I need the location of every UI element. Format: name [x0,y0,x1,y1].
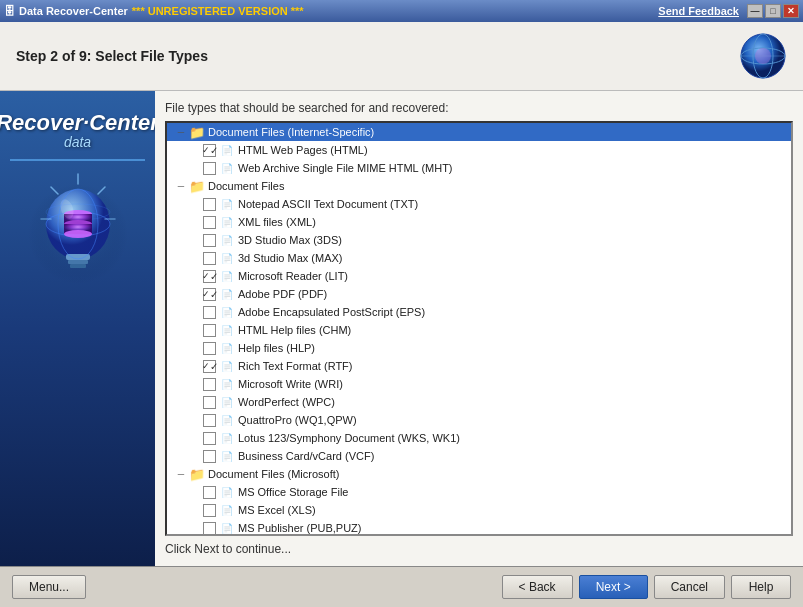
back-button[interactable]: < Back [502,575,573,599]
step-header: Step 2 of 9: Select File Types [0,22,803,91]
file-icon: 📄 [219,287,235,301]
help-button[interactable]: Help [731,575,791,599]
globe-icon [739,32,787,80]
checkbox[interactable] [203,306,216,319]
tree-item[interactable]: 📄XML files (XML) [167,213,791,231]
checkbox[interactable]: ✓ [203,270,216,283]
tree-item[interactable]: ✓📄Rich Text Format (RTF) [167,357,791,375]
app-icon: 🗄 [4,5,15,17]
tree-item[interactable]: ─📁Document Files (Microsoft) [167,465,791,483]
checkbox[interactable] [203,324,216,337]
checkbox[interactable] [203,414,216,427]
file-icon: 📄 [219,269,235,283]
file-icon: 📄 [219,431,235,445]
cancel-button[interactable]: Cancel [654,575,725,599]
item-label: QuattroPro (WQ1,QPW) [238,414,357,426]
item-label: Business Card/vCard (VCF) [238,450,374,462]
item-label: Microsoft Reader (LIT) [238,270,348,282]
file-tree[interactable]: ─📁Document Files (Internet-Specific)✓📄HT… [165,121,793,536]
checkbox[interactable] [203,162,216,175]
tree-item[interactable]: ✓📄HTML Web Pages (HTML) [167,141,791,159]
file-icon: 📄 [219,485,235,499]
tree-item[interactable]: ─📁Document Files (Internet-Specific) [167,123,791,141]
checkbox[interactable] [203,486,216,499]
item-label: 3D Studio Max (3DS) [238,234,342,246]
tree-item[interactable]: 📄MS Office Storage File [167,483,791,501]
app-title: Data Recover-Center [19,5,128,17]
minimize-button[interactable]: — [747,4,763,18]
folder-icon: 📁 [189,179,205,194]
svg-point-17 [64,230,92,238]
item-label: MS Excel (XLS) [238,504,316,516]
unregistered-label: *** UNREGISTERED VERSION *** [132,5,304,17]
item-label: Rich Text Format (RTF) [238,360,353,372]
tree-item[interactable]: 📄3D Studio Max (3DS) [167,231,791,249]
file-icon: 📄 [219,521,235,535]
checkbox[interactable] [203,198,216,211]
tree-item[interactable]: ─📁Document Files [167,177,791,195]
checkbox[interactable] [203,504,216,517]
item-label: Lotus 123/Symphony Document (WKS, WK1) [238,432,460,444]
checkbox[interactable] [203,432,216,445]
next-button[interactable]: Next > [579,575,648,599]
checkbox[interactable] [203,216,216,229]
checkbox[interactable]: ✓ [203,360,216,373]
sidebar: Recover·Center data [0,91,155,566]
tree-item[interactable]: 📄HTML Help files (CHM) [167,321,791,339]
step-title: Step 2 of 9: Select File Types [16,48,208,64]
file-icon: 📄 [219,305,235,319]
tree-item[interactable]: ✓📄Microsoft Reader (LIT) [167,267,791,285]
folder-icon: 📁 [189,467,205,482]
send-feedback-link[interactable]: Send Feedback [658,5,739,17]
close-button[interactable]: ✕ [783,4,799,18]
maximize-button[interactable]: □ [765,4,781,18]
tree-item[interactable]: 📄Business Card/vCard (VCF) [167,447,791,465]
svg-point-4 [755,48,771,64]
file-icon: 📄 [219,395,235,409]
checkbox[interactable] [203,234,216,247]
tree-item[interactable]: 📄Microsoft Write (WRI) [167,375,791,393]
svg-rect-9 [70,264,86,268]
tree-item[interactable]: 📄MS Publisher (PUB,PUZ) [167,519,791,536]
file-icon: 📄 [219,449,235,463]
tree-item[interactable]: 📄Adobe Encapsulated PostScript (EPS) [167,303,791,321]
file-icon: 📄 [219,161,235,175]
file-icon: 📄 [219,503,235,517]
checkbox[interactable] [203,378,216,391]
titlebar: 🗄 Data Recover-Center *** UNREGISTERED V… [0,0,803,22]
file-types-label: File types that should be searched for a… [165,101,793,115]
file-icon: 📄 [219,413,235,427]
checkbox[interactable] [203,252,216,265]
menu-button[interactable]: Menu... [12,575,86,599]
right-panel: File types that should be searched for a… [155,91,803,566]
expand-icon: ─ [175,126,187,138]
tree-item[interactable]: 📄Notepad ASCII Text Document (TXT) [167,195,791,213]
checkbox[interactable] [203,342,216,355]
checkbox[interactable] [203,522,216,535]
item-label: Document Files [208,180,284,192]
item-label: 3d Studio Max (MAX) [238,252,343,264]
file-icon: 📄 [219,233,235,247]
item-label: MS Office Storage File [238,486,348,498]
file-icon: 📄 [219,341,235,355]
checkbox[interactable] [203,450,216,463]
sidebar-illustration [23,169,133,299]
checkbox[interactable]: ✓ [203,288,216,301]
logo-text: Recover·Center data [0,111,159,151]
file-icon: 📄 [219,377,235,391]
tree-item[interactable]: 📄WordPerfect (WPC) [167,393,791,411]
tree-item[interactable]: 📄QuattroPro (WQ1,QPW) [167,411,791,429]
checkbox[interactable]: ✓ [203,144,216,157]
tree-item[interactable]: 📄MS Excel (XLS) [167,501,791,519]
folder-icon: 📁 [189,125,205,140]
file-icon: 📄 [219,359,235,373]
item-label: Adobe Encapsulated PostScript (EPS) [238,306,425,318]
tree-item[interactable]: 📄Lotus 123/Symphony Document (WKS, WK1) [167,429,791,447]
item-label: Microsoft Write (WRI) [238,378,343,390]
tree-item[interactable]: 📄Help files (HLP) [167,339,791,357]
checkbox[interactable] [203,396,216,409]
tree-item[interactable]: ✓📄Adobe PDF (PDF) [167,285,791,303]
file-icon: 📄 [219,143,235,157]
tree-item[interactable]: 📄3d Studio Max (MAX) [167,249,791,267]
tree-item[interactable]: 📄Web Archive Single File MIME HTML (MHT) [167,159,791,177]
